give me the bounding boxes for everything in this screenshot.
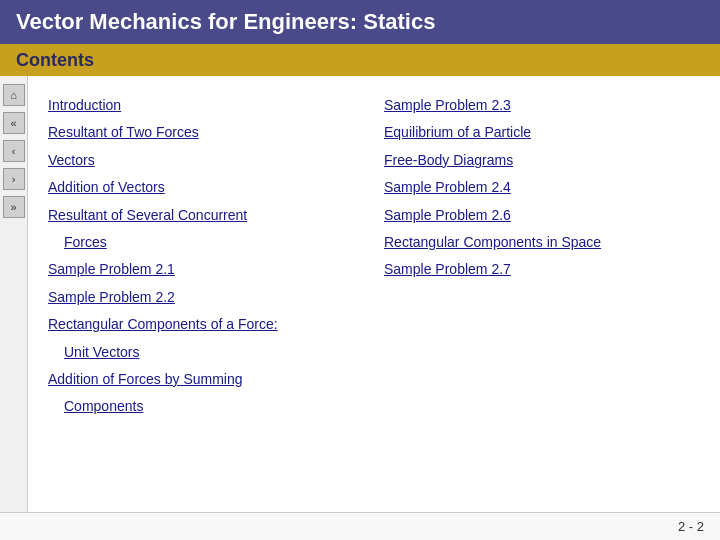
link-sample-2-2[interactable]: Sample Problem 2.2 [48,286,364,308]
next-button[interactable]: › [3,168,25,190]
home-button[interactable]: ⌂ [3,84,25,106]
link-rect-components[interactable]: Rectangular Components of a Force: [48,313,364,335]
content-area: Introduction Resultant of Two Forces Vec… [28,76,720,512]
left-column: Introduction Resultant of Two Forces Vec… [48,94,364,502]
right-column: Sample Problem 2.3 Equilibrium of a Part… [384,94,700,502]
link-equilibrium[interactable]: Equilibrium of a Particle [384,121,700,143]
contents-label: Contents [16,50,94,71]
link-free-body[interactable]: Free-Body Diagrams [384,149,700,171]
link-introduction[interactable]: Introduction [48,94,364,116]
link-resultant-two-forces[interactable]: Resultant of Two Forces [48,121,364,143]
link-addition-forces-summing[interactable]: Addition of Forces by Summing [48,368,364,390]
link-addition-of-vectors[interactable]: Addition of Vectors [48,176,364,198]
nav-sidebar: ⌂ « ‹ › » [0,76,28,512]
link-vectors[interactable]: Vectors [48,149,364,171]
main-area: ⌂ « ‹ › » Introduction Resultant of Two … [0,76,720,512]
last-button[interactable]: » [3,196,25,218]
link-resultant-several[interactable]: Resultant of Several Concurrent [48,204,364,226]
link-unit-vectors[interactable]: Unit Vectors [64,341,364,363]
link-sample-2-1[interactable]: Sample Problem 2.1 [48,258,364,280]
contents-bar: Contents [0,44,720,76]
link-forces[interactable]: Forces [64,231,364,253]
header-title: Vector Mechanics for Engineers: Statics [16,9,435,35]
page-header: Vector Mechanics for Engineers: Statics [0,0,720,44]
link-sample-2-4[interactable]: Sample Problem 2.4 [384,176,700,198]
link-rect-components-space[interactable]: Rectangular Components in Space [384,231,700,253]
prev-button[interactable]: ‹ [3,140,25,162]
link-sample-2-6[interactable]: Sample Problem 2.6 [384,204,700,226]
link-sample-2-3[interactable]: Sample Problem 2.3 [384,94,700,116]
first-button[interactable]: « [3,112,25,134]
link-components[interactable]: Components [64,395,364,417]
link-sample-2-7[interactable]: Sample Problem 2.7 [384,258,700,280]
footer: 2 - 2 [0,512,720,540]
page-number: 2 - 2 [678,519,704,534]
